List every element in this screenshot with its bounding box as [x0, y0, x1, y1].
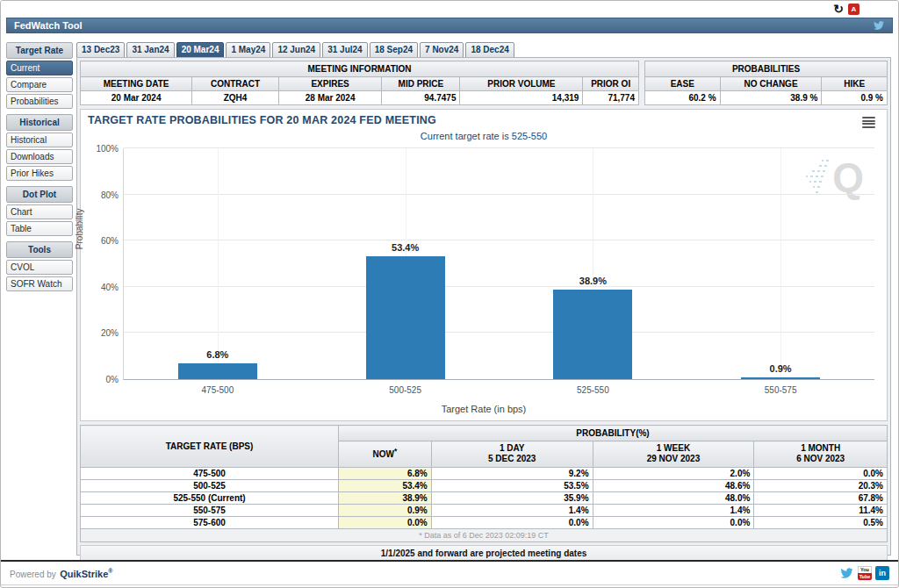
- mid-price-header: MID PRICE: [382, 77, 460, 91]
- hike-header: HIKE: [822, 77, 888, 91]
- sidebar-item-historical[interactable]: Historical: [6, 133, 73, 147]
- no-change-value: 38.9 %: [720, 91, 822, 105]
- history-row: 575-600 0.0% 0.0% 0.0% 0.5%: [81, 517, 888, 529]
- expires-header: EXPIRES: [278, 77, 382, 91]
- footer-bar: Powered by QuikStrike® You Tube in: [1, 560, 898, 585]
- chart-bar: [178, 363, 257, 379]
- sidebar-item-cvol[interactable]: CVOL: [6, 260, 73, 275]
- month-cell: 0.5%: [754, 517, 888, 529]
- top-strip: ↻ A: [1, 1, 898, 18]
- probabilities-table: PROBABILITIES EASE NO CHANGE HIKE 60.2 %…: [644, 61, 888, 105]
- sidebar-item-prior-hikes[interactable]: Prior Hikes: [6, 166, 73, 181]
- meeting-tabs: 13 Dec23 31 Jan24 20 Mar24 1 May24 12 Ju…: [76, 42, 891, 58]
- y-tick: 80%: [87, 190, 119, 199]
- powered-by: Powered by QuikStrike®: [10, 565, 112, 581]
- sidebar: Target Rate Current Compare Probabilitie…: [6, 42, 73, 293]
- chart-bar: [366, 256, 445, 379]
- day-cell: 0.0%: [431, 517, 593, 529]
- prior-oi-header: PRIOR OI: [583, 77, 639, 91]
- chart-title: TARGET RATE PROBABILITIES FOR 20 MAR 202…: [88, 114, 436, 126]
- tab-12-jun24[interactable]: 12 Jun24: [272, 42, 320, 58]
- bar-value-label: 6.8%: [124, 349, 312, 360]
- history-row: 500-525 53.4% 53.5% 48.6% 20.3%: [81, 480, 888, 492]
- now-cell: 0.0%: [339, 517, 432, 529]
- data-as-of-footnote: * Data as of 6 Dec 2023 02:09:19 CT: [81, 529, 888, 542]
- chart-bar: [553, 290, 632, 379]
- one-month-column-header: 1 MONTH6 NOV 2023: [754, 441, 888, 468]
- tab-31-jul24[interactable]: 31 Jul24: [322, 42, 367, 58]
- linkedin-icon[interactable]: in: [875, 566, 889, 580]
- now-cell: 38.9%: [339, 492, 432, 505]
- day-cell: 35.9%: [431, 492, 593, 505]
- contract-header: CONTRACT: [192, 77, 279, 91]
- hike-value: 0.9 %: [822, 91, 888, 105]
- sidebar-item-sofr-watch[interactable]: SOFR Watch: [6, 276, 73, 291]
- probability-chart: TARGET RATE PROBABILITIES FOR 20 MAR 202…: [80, 109, 888, 421]
- chart-menu-icon[interactable]: [862, 117, 875, 129]
- x-category-label: 500-525: [312, 385, 500, 395]
- day-cell: 53.5%: [431, 480, 593, 492]
- y-tick: 60%: [87, 236, 119, 246]
- x-category-label: 475-500: [124, 385, 312, 395]
- week-cell: 48.0%: [593, 492, 754, 505]
- meeting-information-table: MEETING INFORMATION MEETING DATE CONTRAC…: [80, 61, 639, 105]
- meeting-date-value: 20 Mar 2024: [81, 91, 192, 105]
- rate-cell: 500-525: [81, 480, 339, 492]
- now-cell: 6.8%: [339, 468, 432, 480]
- sidebar-item-downloads[interactable]: Downloads: [6, 149, 73, 164]
- sidebar-header-target-rate: Target Rate: [6, 42, 73, 59]
- title-bar: FedWatch Tool: [6, 18, 893, 33]
- pdf-icon[interactable]: A: [848, 4, 859, 15]
- sidebar-item-table[interactable]: Table: [6, 221, 73, 236]
- no-change-header: NO CHANGE: [720, 77, 822, 91]
- chart-bar: [741, 377, 820, 379]
- x-category-label: 525-550: [500, 385, 687, 395]
- y-tick: 20%: [87, 328, 119, 338]
- tab-18-sep24[interactable]: 18 Sep24: [370, 42, 418, 58]
- x-axis-title: Target Rate (in bps): [81, 404, 887, 414]
- month-cell: 0.0%: [754, 468, 888, 480]
- twitter-footer-icon[interactable]: [839, 567, 854, 579]
- day-cell: 9.2%: [431, 468, 593, 480]
- mid-price-value: 94.7475: [382, 91, 460, 105]
- sidebar-item-probabilities[interactable]: Probabilities: [6, 94, 73, 109]
- tab-18-dec24[interactable]: 18 Dec24: [465, 42, 514, 58]
- history-row: 475-500 6.8% 9.2% 2.0% 0.0%: [81, 468, 888, 480]
- week-cell: 2.0%: [593, 468, 754, 480]
- sidebar-item-current[interactable]: Current: [6, 61, 73, 75]
- refresh-icon[interactable]: ↻: [833, 3, 844, 15]
- twitter-icon[interactable]: [873, 20, 885, 31]
- tab-7-nov24[interactable]: 7 Nov24: [420, 42, 464, 58]
- app-title: FedWatch Tool: [14, 20, 83, 31]
- now-cell: 0.9%: [339, 505, 432, 517]
- probability-pct-header: PROBABILITY(%): [339, 426, 888, 441]
- now-asterisk: *: [394, 447, 397, 455]
- day-cell: 1.4%: [431, 505, 593, 517]
- month-cell: 11.4%: [754, 505, 888, 517]
- month-cell: 20.3%: [754, 480, 888, 492]
- tab-13-dec23[interactable]: 13 Dec23: [76, 42, 125, 58]
- rate-cell: 575-600: [81, 517, 339, 529]
- sidebar-item-chart[interactable]: Chart: [6, 204, 73, 219]
- youtube-icon[interactable]: You Tube: [858, 566, 872, 580]
- sidebar-header-tools: Tools: [6, 241, 73, 258]
- fedwatch-app: ↻ A FedWatch Tool Target Rate Current Co…: [0, 0, 899, 588]
- tab-20-mar24[interactable]: 20 Mar24: [176, 42, 225, 58]
- y-tick: 0%: [87, 375, 119, 384]
- expires-value: 28 Mar 2024: [278, 91, 382, 105]
- target-rate-bps-header: TARGET RATE (BPS): [81, 426, 339, 468]
- tab-31-jan24[interactable]: 31 Jan24: [126, 42, 174, 58]
- bar-value-label: 38.9%: [500, 276, 687, 286]
- prior-oi-value: 71,774: [583, 91, 639, 105]
- y-tick: 100%: [87, 144, 119, 154]
- week-cell: 48.6%: [593, 480, 754, 492]
- sidebar-item-compare[interactable]: Compare: [6, 77, 73, 92]
- one-week-column-header: 1 WEEK29 NOV 2023: [593, 441, 754, 468]
- chart-subtitle: Current target rate is 525-550: [81, 131, 887, 141]
- sidebar-header-historical: Historical: [6, 114, 73, 131]
- history-row: 525-550 (Current) 38.9% 35.9% 48.0% 67.8…: [81, 492, 888, 505]
- meeting-info-title: MEETING INFORMATION: [81, 61, 639, 77]
- y-tick: 40%: [87, 282, 119, 291]
- tab-1-may24[interactable]: 1 May24: [226, 42, 270, 58]
- week-cell: 1.4%: [593, 505, 754, 517]
